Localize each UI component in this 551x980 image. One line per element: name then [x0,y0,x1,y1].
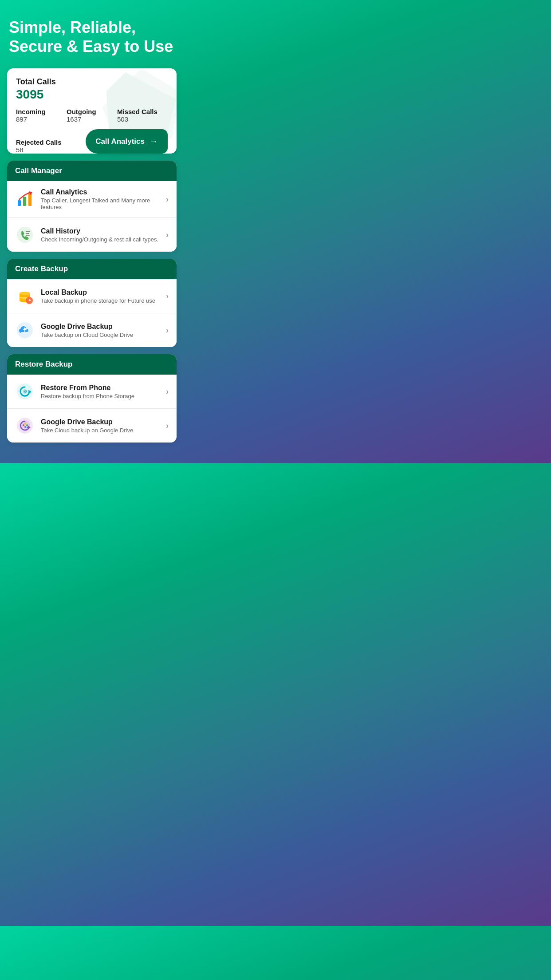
incoming-value: 897 [16,115,67,123]
create-backup-section: Create Backup Local Backup Take backup i… [7,259,177,347]
svg-point-6 [17,227,33,243]
call-history-chevron-icon: › [166,230,169,240]
svg-point-28 [23,424,24,426]
local-backup-title: Local Backup [41,288,160,296]
svg-rect-4 [28,193,31,206]
restore-phone-title: Restore From Phone [41,384,160,392]
call-analytics-menu-item[interactable]: Call Analytics Top Caller, Longest Talke… [7,181,177,218]
local-backup-chevron-icon: › [166,292,169,301]
incoming-stat: Incoming 897 [16,108,67,123]
restore-drive-icon [15,416,35,435]
call-analytics-text: Call Analytics Top Caller, Longest Talke… [41,188,160,210]
local-backup-icon [15,286,35,306]
gdrive-backup-menu-item[interactable]: Google Drive Backup Take backup on Cloud… [7,313,177,347]
call-manager-section: Call Manager Call Analytics Top Caller, … [7,161,177,252]
incoming-label: Incoming [16,108,67,115]
svg-rect-3 [23,197,26,206]
restore-drive-title: Google Drive Backup [41,418,160,426]
create-backup-header: Create Backup [7,259,177,279]
restore-phone-chevron-icon: › [166,387,169,396]
rejected-stat: Rejected Calls 58 [16,138,62,154]
svg-point-26 [20,420,30,431]
restore-phone-icon: ↺ [15,382,35,401]
restore-drive-desc: Take Cloud backup on Google Drive [41,427,160,434]
outgoing-value: 1637 [67,115,117,123]
outgoing-label: Outgoing [67,108,117,115]
call-analytics-button[interactable]: Call Analytics → [86,129,168,154]
gdrive-backup-chevron-icon: › [166,326,169,335]
svg-text:↺: ↺ [24,390,27,394]
call-manager-header: Call Manager [7,161,177,181]
total-calls-label: Total Calls [16,77,168,87]
gdrive-backup-icon [15,320,35,340]
call-analytics-desc: Top Caller, Longest Talked and Many more… [41,197,160,210]
history-icon [15,225,35,245]
restore-drive-chevron-icon: › [166,421,169,431]
svg-point-30 [26,424,28,426]
svg-point-14 [20,292,30,295]
analytics-icon [15,190,35,209]
restore-drive-menu-item[interactable]: Google Drive Backup Take Cloud backup on… [7,409,177,443]
local-backup-menu-item[interactable]: Local Backup Take backup in phone storag… [7,279,177,313]
local-backup-text: Local Backup Take backup in phone storag… [41,288,160,304]
svg-point-31 [24,426,26,428]
svg-rect-2 [18,200,21,206]
restore-backup-section: Restore Backup ↺ Restore From Phone Rest… [7,354,177,443]
rejected-label: Rejected Calls [16,138,62,146]
call-history-text: Call History Check Incoming/Outgoing & r… [41,227,160,243]
call-analytics-chevron-icon: › [166,195,169,204]
restore-phone-desc: Restore backup from Phone Storage [41,393,160,399]
missed-stat: Missed Calls 503 [117,108,168,123]
call-history-menu-item[interactable]: Call History Check Incoming/Outgoing & r… [7,218,177,252]
missed-value: 503 [117,115,168,123]
stats-row: Incoming 897 Outgoing 1637 Missed Calls … [16,108,168,123]
call-history-desc: Check Incoming/Outgoing & rest all call … [41,236,160,243]
restore-backup-header: Restore Backup [7,354,177,375]
call-history-title: Call History [41,227,160,235]
svg-point-18 [29,300,30,301]
gdrive-backup-desc: Take backup on Cloud Google Drive [41,332,160,338]
restore-phone-menu-item[interactable]: ↺ Restore From Phone Restore backup from… [7,375,177,409]
hero-title: Simple, Reliable, Secure & Easy to Use [7,18,177,56]
svg-rect-8 [26,233,29,234]
stats-card: Total Calls 3095 Incoming 897 Outgoing 1… [7,68,177,154]
total-calls-value: 3095 [16,87,168,102]
call-analytics-btn-label: Call Analytics [95,137,145,146]
restore-phone-text: Restore From Phone Restore backup from P… [41,384,160,399]
svg-point-29 [24,423,26,424]
svg-rect-7 [26,231,30,232]
gdrive-backup-title: Google Drive Backup [41,323,160,331]
rejected-value: 58 [16,146,62,154]
call-analytics-arrow-icon: → [149,136,158,146]
svg-rect-9 [26,235,30,236]
outgoing-stat: Outgoing 1637 [67,108,117,123]
local-backup-desc: Take backup in phone storage for Future … [41,297,160,304]
restore-drive-text: Google Drive Backup Take Cloud backup on… [41,418,160,434]
missed-label: Missed Calls [117,108,168,115]
gdrive-backup-text: Google Drive Backup Take backup on Cloud… [41,323,160,338]
call-analytics-title: Call Analytics [41,188,160,196]
